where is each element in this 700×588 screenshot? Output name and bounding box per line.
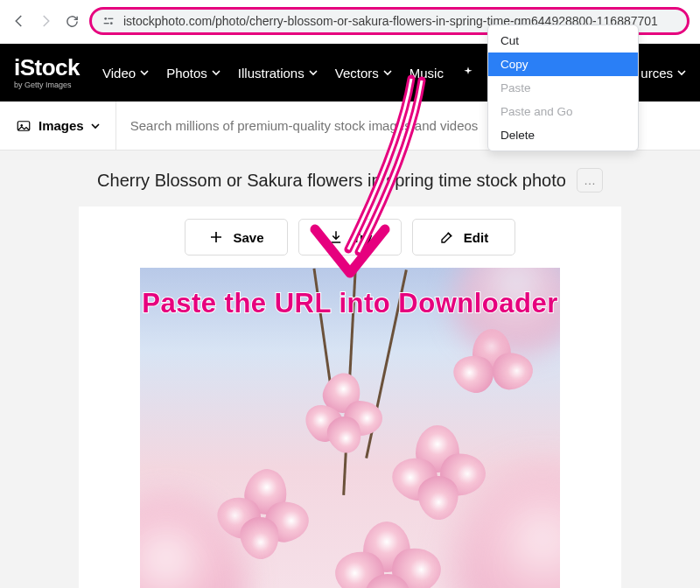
chevron-down-icon — [309, 68, 318, 77]
nav-music[interactable]: Music — [410, 66, 444, 80]
ctx-copy[interactable]: Copy — [488, 52, 638, 76]
sparkle-icon — [461, 66, 475, 80]
button-label: Edit — [464, 230, 488, 245]
svg-rect-1 — [108, 18, 113, 19]
nav-video[interactable]: Video — [102, 66, 149, 80]
image-icon — [16, 118, 32, 134]
chevron-down-icon — [140, 68, 149, 77]
nav-label: Vectors — [335, 66, 379, 80]
chevron-down-icon — [677, 68, 686, 77]
plus-icon — [208, 229, 224, 245]
save-button[interactable]: Save — [185, 219, 288, 256]
button-label: Save — [233, 230, 263, 245]
back-button[interactable] — [10, 12, 28, 30]
search-type-label: Images — [38, 118, 84, 133]
chevron-down-icon — [91, 122, 100, 130]
title-row: Cherry Blossom or Sakura flowers in spri… — [21, 168, 679, 192]
nav-label: urces — [640, 66, 673, 80]
ctx-paste-go[interactable]: Paste and Go — [488, 100, 638, 123]
search-type-selector[interactable]: Images — [0, 102, 116, 150]
nav-photos[interactable]: Photos — [166, 66, 220, 80]
edit-button[interactable]: Edit — [412, 219, 515, 256]
svg-point-2 — [110, 22, 113, 24]
nav-label: Photos — [166, 66, 207, 80]
ctx-cut[interactable]: Cut — [488, 29, 638, 52]
page-title: Cherry Blossom or Sakura flowers in spri… — [97, 171, 566, 191]
more-button[interactable]: … — [577, 168, 603, 192]
try-button[interactable]: Try — [298, 219, 402, 256]
edit-icon — [439, 229, 455, 245]
logo-text: iStock — [14, 56, 80, 79]
ctx-paste[interactable]: Paste — [488, 76, 638, 100]
nav-label: Illustrations — [238, 66, 304, 80]
logo[interactable]: iStock by Getty Images — [14, 56, 80, 89]
action-buttons: Save Try Edit — [91, 219, 609, 256]
stock-photo[interactable] — [140, 268, 560, 588]
chevron-down-icon — [212, 68, 220, 77]
download-icon — [328, 229, 344, 245]
nav-illustrations[interactable]: Illustrations — [238, 66, 318, 80]
context-menu: Cut Copy Paste Paste and Go Delete — [487, 24, 639, 151]
button-label: Try — [353, 230, 373, 245]
content-area: Cherry Blossom or Sakura flowers in spri… — [0, 150, 700, 588]
nav-label: Music — [410, 66, 444, 80]
site-settings-icon[interactable] — [101, 13, 116, 29]
forward-button[interactable] — [37, 12, 54, 30]
media-panel: Save Try Edit — [79, 206, 621, 588]
chevron-down-icon — [383, 68, 392, 77]
nav-resources[interactable]: urces — [640, 66, 686, 80]
svg-rect-3 — [104, 23, 109, 24]
nav-label: Video — [102, 66, 136, 80]
svg-point-0 — [104, 18, 107, 20]
nav-vectors[interactable]: Vectors — [335, 66, 392, 80]
logo-subtext: by Getty Images — [14, 80, 80, 89]
ctx-delete[interactable]: Delete — [488, 123, 638, 147]
reload-button[interactable] — [63, 12, 80, 30]
